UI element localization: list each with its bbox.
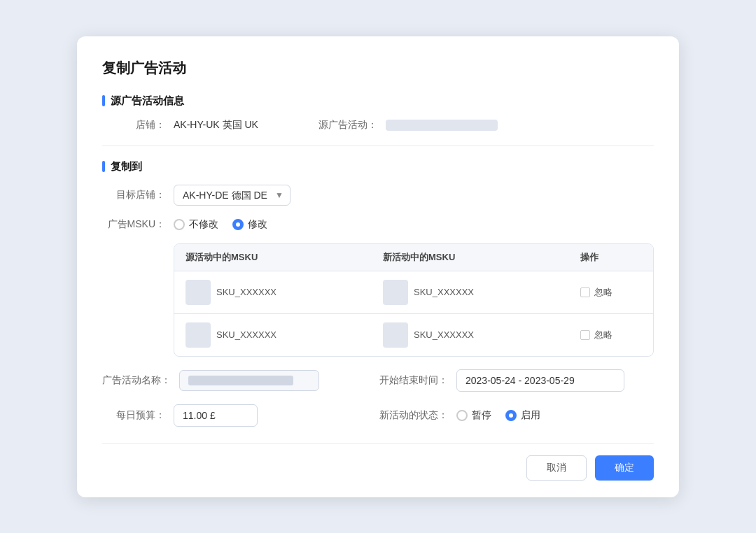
radio-enable-label: 启用 [521, 409, 540, 422]
bottom-form: 广告活动名称： 开始结束时间： 2023-05-24 - 2023-05-29 … [102, 369, 654, 427]
target-store-select-wrapper[interactable]: AK-HY-DE 德国 DE ▼ [174, 185, 290, 206]
target-store-label: 目标店铺： [102, 189, 165, 201]
campaign-name-input[interactable] [179, 370, 319, 391]
campaign-name-bar [188, 376, 293, 385]
radio-no-modify[interactable]: 不修改 [174, 218, 218, 231]
msku-table-wrapper: 源活动中的MSKU 新活动中的MSKU 操作 SKU_XXXXXX SKU_XX… [102, 243, 654, 357]
cancel-button[interactable]: 取消 [526, 455, 587, 481]
radio-pause-circle [456, 410, 468, 421]
table-row: SKU_XXXXXX SKU_XXXXXX 忽略 [174, 271, 653, 314]
source-sku-text-1: SKU_XXXXXX [216, 287, 276, 297]
new-sku-text-2: SKU_XXXXXX [414, 329, 474, 340]
status-col: 新活动的状态： 暂停 启用 [378, 404, 654, 427]
budget-input[interactable] [174, 404, 258, 427]
col-new-msku: 新活动中的MSKU [372, 244, 569, 271]
date-range-picker[interactable]: 2023-05-24 - 2023-05-29 [456, 369, 624, 392]
new-sku-text-1: SKU_XXXXXX [414, 287, 474, 297]
status-radio-group: 暂停 启用 [456, 409, 540, 422]
radio-modify-circle [232, 219, 244, 230]
ad-msku-row: 广告MSKU： 不修改 修改 [102, 218, 654, 231]
radio-no-modify-circle [174, 219, 185, 230]
source-ad-value-placeholder [386, 120, 498, 131]
date-range-col: 开始结束时间： 2023-05-24 - 2023-05-29 [378, 369, 654, 392]
sku-image-1 [186, 280, 211, 305]
msku-table: 源活动中的MSKU 新活动中的MSKU 操作 SKU_XXXXXX SKU_XX… [174, 243, 654, 357]
copy-section-title: 复制到 [102, 160, 654, 173]
ignore-checkbox-1[interactable] [580, 287, 590, 297]
radio-no-modify-label: 不修改 [189, 218, 218, 231]
msku-radio-group: 不修改 修改 [174, 218, 267, 231]
source-ad-label: 源广告活动： [314, 119, 377, 132]
target-store-row: 目标店铺： AK-HY-DE 德国 DE ▼ [102, 185, 654, 206]
date-range-value: 2023-05-24 - 2023-05-29 [465, 375, 575, 386]
dialog: 复制广告活动 源广告活动信息 店铺： AK-HY-UK 英国 UK 源广告活动：… [77, 36, 679, 497]
ignore-label-2: 忽略 [594, 329, 612, 341]
budget-col: 每日预算： [102, 404, 378, 427]
new-sku-cell-2: SKU_XXXXXX [372, 314, 569, 356]
radio-modify[interactable]: 修改 [232, 218, 267, 231]
store-label: 店铺： [102, 119, 165, 132]
store-value: AK-HY-UK 英国 UK [174, 119, 258, 132]
dialog-title: 复制广告活动 [102, 59, 654, 78]
col-source-msku: 源活动中的MSKU [174, 244, 372, 271]
campaign-name-label: 广告活动名称： [102, 374, 171, 387]
ad-msku-label: 广告MSKU： [102, 218, 165, 231]
source-info-row: 店铺： AK-HY-UK 英国 UK 源广告活动： [102, 119, 654, 132]
divider-1 [102, 145, 654, 146]
table-row: SKU_XXXXXX SKU_XXXXXX 忽略 [174, 314, 653, 356]
budget-label: 每日预算： [102, 409, 165, 422]
col-action: 操作 [569, 244, 653, 271]
msku-table-header: 源活动中的MSKU 新活动中的MSKU 操作 [174, 244, 653, 271]
new-sku-image-1 [383, 280, 408, 305]
action-cell-1: 忽略 [569, 278, 653, 307]
new-sku-image-2 [383, 322, 408, 348]
source-sku-text-2: SKU_XXXXXX [216, 329, 276, 340]
source-section-title: 源广告活动信息 [102, 94, 654, 108]
radio-pause[interactable]: 暂停 [456, 409, 491, 422]
ignore-checkbox-2[interactable] [580, 330, 590, 340]
date-range-label: 开始结束时间： [378, 374, 448, 387]
target-store-select[interactable]: AK-HY-DE 德国 DE [174, 185, 290, 206]
ignore-label-1: 忽略 [594, 286, 612, 299]
status-label: 新活动的状态： [378, 409, 448, 422]
new-sku-cell-1: SKU_XXXXXX [372, 271, 569, 313]
radio-enable-circle [505, 410, 517, 421]
action-cell-2: 忽略 [569, 320, 653, 350]
source-sku-cell-2: SKU_XXXXXX [174, 314, 372, 356]
source-sku-cell-1: SKU_XXXXXX [174, 271, 372, 313]
sku-image-2 [186, 322, 211, 348]
campaign-name-col: 广告活动名称： [102, 369, 378, 392]
radio-modify-label: 修改 [248, 218, 267, 231]
radio-pause-label: 暂停 [472, 409, 491, 422]
dialog-footer: 取消 确定 [102, 443, 654, 481]
confirm-button[interactable]: 确定 [595, 455, 654, 481]
radio-enable[interactable]: 启用 [505, 409, 540, 422]
